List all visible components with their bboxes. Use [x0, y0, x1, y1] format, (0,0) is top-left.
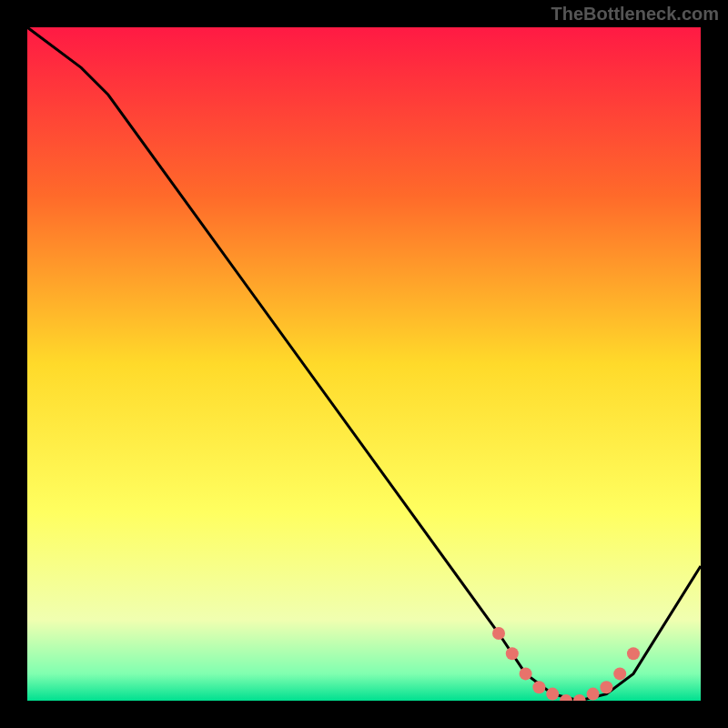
data-marker	[520, 667, 532, 680]
data-marker	[587, 688, 600, 701]
data-marker	[573, 694, 586, 701]
data-marker	[492, 627, 505, 640]
data-marker	[613, 667, 626, 680]
data-marker	[546, 688, 559, 701]
data-marker	[532, 681, 545, 693]
data-marker	[600, 681, 612, 693]
data-marker	[506, 647, 519, 660]
attribution-text: TheBottleneck.com	[551, 4, 719, 25]
data-markers	[492, 627, 640, 701]
chart-line-layer	[27, 27, 701, 701]
data-marker	[627, 647, 640, 660]
chart-area	[27, 27, 701, 701]
bottleneck-curve	[27, 27, 701, 701]
